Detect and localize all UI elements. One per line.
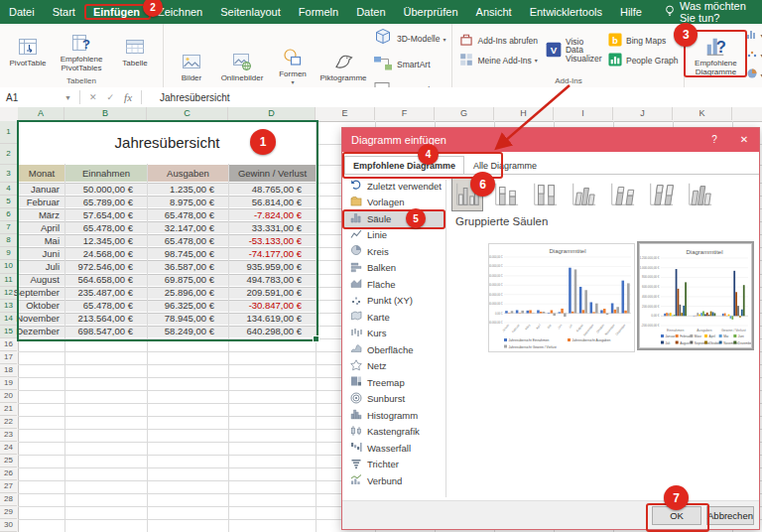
table-header-einnahmen[interactable]: Einnahmen xyxy=(65,165,147,182)
row-header-21[interactable]: 21 xyxy=(0,403,17,416)
ribbon-button-add-ins-abrufen[interactable]: Add-Ins abrufen xyxy=(455,31,540,51)
table-row-14-col-c[interactable]: 78.945,00 € xyxy=(148,313,228,325)
menu-tab-seitenlayout[interactable]: Seitenlayout xyxy=(211,2,290,22)
ribbon-button-empfohlene-pivottables[interactable]: ?Empfohlene PivotTables xyxy=(54,29,109,72)
table-row-7-col-d[interactable]: 33.331,00 € xyxy=(229,221,316,233)
table-row-15-col-a[interactable]: Dezember xyxy=(19,326,64,337)
row-header-13[interactable]: 13 xyxy=(0,300,17,313)
column-headers[interactable]: ABCDEFGHIJK xyxy=(0,107,762,122)
chart-subtype-thumbnail-3d-saeule[interactable] xyxy=(684,178,715,211)
table-row-9-col-d[interactable]: -74.177,00 € xyxy=(229,247,316,259)
table-row-11-col-d[interactable]: 494.783,00 € xyxy=(229,274,316,286)
table-row-15-col-b[interactable]: 698.547,00 € xyxy=(65,326,147,337)
col-header-b[interactable]: B xyxy=(64,107,147,121)
ribbon-button-smartart[interactable]: SmartArt xyxy=(369,52,448,77)
col-header-f[interactable]: F xyxy=(375,107,435,120)
table-row-12-col-b[interactable]: 235.487,00 € xyxy=(65,287,147,299)
chart-subtype-thumbnail-3d-100-prozent-gestapelte-saeulen[interactable] xyxy=(645,178,677,211)
col-header-a[interactable]: A xyxy=(18,107,64,121)
table-row-9-col-c[interactable]: 98.745,00 € xyxy=(148,247,228,259)
ribbon-button-meine-add-ins[interactable]: Meine Add-Ins▾ xyxy=(455,51,540,70)
table-row-5-col-c[interactable]: 8.975,00 € xyxy=(148,196,228,207)
table-header-ausgaben[interactable]: Ausgaben xyxy=(148,165,228,182)
table-row-11-col-c[interactable]: 69.875,00 € xyxy=(148,274,228,286)
sidebar-item-trichter[interactable]: Trichter xyxy=(342,457,445,473)
bars-chart-mini-icon[interactable] xyxy=(746,26,758,44)
formula-content[interactable]: Jahresübersicht xyxy=(160,92,230,103)
row-header-8[interactable]: 8 xyxy=(0,234,17,247)
table-row-13-col-b[interactable]: 65.478,00 € xyxy=(65,300,147,312)
sidebar-item-säule[interactable]: Säule5 xyxy=(342,210,445,227)
dialog-titlebar[interactable]: Diagramm einfügen xyxy=(342,128,759,152)
ribbon-button-bilder[interactable]: Bilder xyxy=(167,48,216,82)
row-header-25[interactable]: 25 xyxy=(0,455,17,467)
sidebar-item-netz[interactable]: Netz xyxy=(342,358,445,375)
table-row-6-col-c[interactable]: 65.478,00 € xyxy=(148,208,228,220)
fill-handle[interactable] xyxy=(313,335,319,342)
ribbon-button-pivottable[interactable]: PivotTable xyxy=(3,33,53,67)
ribbon-button-people-graph[interactable]: People Graph xyxy=(604,51,681,70)
table-row-12-col-a[interactable]: September xyxy=(19,287,64,299)
row-header-17[interactable]: 17 xyxy=(0,351,17,364)
row-header-22[interactable]: 22 xyxy=(0,416,17,429)
sidebar-item-wasserfall[interactable]: Wasserfall xyxy=(342,440,445,457)
table-row-8-col-c[interactable]: 65.478,00 € xyxy=(148,234,228,246)
table-row-14-col-b[interactable]: 213.564,00 € xyxy=(65,313,147,325)
sidebar-item-kastengrafik[interactable]: Kastengrafik xyxy=(342,424,445,441)
row-header-15[interactable]: 15 xyxy=(0,326,17,338)
ribbon-button-visio-data-visualizer[interactable]: VVisio Data Visualizer xyxy=(542,37,603,65)
row-header-19[interactable]: 19 xyxy=(0,377,17,390)
table-row-10-col-b[interactable]: 972.546,00 € xyxy=(65,260,147,272)
table-row-10-col-d[interactable]: 935.959,00 € xyxy=(229,260,316,272)
table-header-gewinn-verlust[interactable]: Gewinn / Verlust xyxy=(229,165,316,182)
sidebar-item-sunburst[interactable]: Sunburst xyxy=(342,391,445,408)
table-row-10-col-c[interactable]: 36.587,00 € xyxy=(148,260,228,272)
row-header-10[interactable]: 10 xyxy=(0,260,17,273)
cancel-entry-icon[interactable]: ✕ xyxy=(84,92,102,102)
table-row-5-col-a[interactable]: Februar xyxy=(19,196,64,207)
table-row-8-col-b[interactable]: 12.345,00 € xyxy=(65,234,147,246)
chart-preview-categories[interactable]: Diagrammtitel1.200.000,00 €1.000.000,00 … xyxy=(639,243,752,348)
row-header-29[interactable]: 29 xyxy=(0,506,17,519)
row-header-11[interactable]: 11 xyxy=(0,274,17,287)
row-header-27[interactable]: 27 xyxy=(0,480,17,493)
dialog-tab-alle-diagramme[interactable]: Alle Diagramme xyxy=(464,156,546,174)
col-header-h[interactable]: H xyxy=(494,107,554,120)
table-row-13-col-a[interactable]: Oktober xyxy=(19,300,64,312)
row-header-3[interactable]: 3 xyxy=(0,165,17,183)
name-box[interactable]: A1 ▼ xyxy=(0,92,75,103)
sheet-title-cell[interactable]: Jahresübersicht1 xyxy=(19,121,316,164)
menu-tab-ansicht[interactable]: Ansicht xyxy=(467,2,521,22)
table-row-6-col-b[interactable]: 57.654,00 € xyxy=(65,208,147,220)
sidebar-item-fläche[interactable]: Fläche xyxy=(342,276,445,293)
menu-tab-entwicklertools[interactable]: Entwicklertools xyxy=(521,2,611,22)
menu-tab-einfügen[interactable]: Einfügen2 xyxy=(84,2,149,22)
name-box-caret-icon[interactable]: ▼ xyxy=(64,94,75,101)
row-header-1[interactable]: 1 xyxy=(0,121,17,144)
col-header-k[interactable]: K xyxy=(673,107,732,120)
table-row-7-col-c[interactable]: 32.147,00 € xyxy=(148,221,228,233)
table-row-7-col-b[interactable]: 65.478,00 € xyxy=(65,221,147,233)
menu-tab-zeichnen[interactable]: Zeichnen xyxy=(149,2,211,22)
sidebar-item-histogramm[interactable]: Histogramm xyxy=(342,407,445,424)
confirm-entry-icon[interactable]: ✓ xyxy=(102,92,120,102)
table-row-4-col-d[interactable]: 48.765,00 € xyxy=(229,183,316,195)
sidebar-item-karte[interactable]: Karte xyxy=(342,309,445,326)
chart-subtype-thumbnail-3d-gruppierte-saeulen[interactable] xyxy=(568,178,599,211)
row-header-9[interactable]: 9 xyxy=(0,247,17,260)
ok-button[interactable]: OK xyxy=(652,506,701,525)
ribbon-button-empfohlene-diagramme[interactable]: ?Empfohlene Diagramme3 xyxy=(688,33,743,76)
chart-subtype-thumbnail-gruppierte-saeulen[interactable]: 6 xyxy=(451,178,483,211)
dialog-close-button[interactable]: ✕ xyxy=(729,128,759,152)
ribbon-button-piktogramme[interactable]: Piktogramme xyxy=(318,48,368,82)
table-row-4-col-b[interactable]: 50.000,00 € xyxy=(65,183,147,195)
menu-tab-daten[interactable]: Daten xyxy=(347,2,394,22)
menu-tab-start[interactable]: Start xyxy=(44,2,84,22)
table-row-11-col-b[interactable]: 564.658,00 € xyxy=(65,274,147,286)
table-row-9-col-a[interactable]: Juni xyxy=(19,247,64,259)
row-header-26[interactable]: 26 xyxy=(0,467,17,480)
menu-tab-hilfe[interactable]: Hilfe xyxy=(611,2,651,22)
table-row-13-col-d[interactable]: -30.847,00 € xyxy=(229,300,316,312)
row-header-2[interactable]: 2 xyxy=(0,144,17,165)
dialog-help-button[interactable]: ? xyxy=(699,128,729,152)
